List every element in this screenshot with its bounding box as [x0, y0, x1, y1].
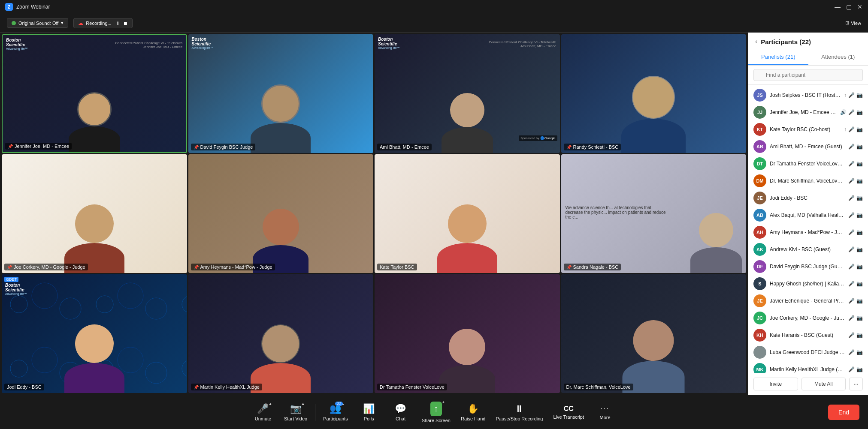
raise-hand-icon: ✋ [467, 403, 479, 414]
video-icon: 📷 [856, 315, 863, 321]
grid-icon: ⊞ [845, 20, 849, 26]
maximize-button[interactable]: ▢ [846, 4, 852, 10]
video-cell-kate[interactable]: Kate Taylor BSC [375, 154, 560, 273]
video-cell-joe[interactable]: 📌 Joe Corkery, MD - Google - Judge [2, 154, 187, 273]
video-cell-marc[interactable]: Dr. Marc Schiffman, VoiceLove [561, 274, 747, 393]
video-cell-jodi[interactable]: GDET BostonScientific Advancing life™ Jo… [2, 274, 187, 393]
pin-icon-joe: 📌 [7, 265, 12, 270]
raise-hand-button[interactable]: ✋ Raise Hand [457, 401, 490, 424]
top-toolbar: Original Sound: Off ▾ ☁ Recording... ⏸ ⏹… [0, 14, 868, 33]
list-item[interactable]: AK Andrew Kivi - BSC (Guest) 🎤 📷 [748, 241, 868, 258]
avatar: AB [753, 140, 766, 153]
search-input[interactable] [753, 69, 863, 81]
unmute-button[interactable]: 🎤▲ Unmute [248, 401, 278, 424]
search-wrapper: 🔍 [753, 69, 863, 81]
mute-icon: 🎤 [848, 281, 855, 287]
main-content: BostonScientific Advancing life™ Connect… [0, 33, 868, 395]
invite-button[interactable]: Invite [753, 378, 798, 390]
more-options-button[interactable]: ··· [849, 378, 863, 390]
participant-name: Dr Tamatha Fenster VoiceLove (Guest) [770, 161, 845, 167]
close-button[interactable]: ✕ [857, 4, 863, 10]
mute-icon: 🎤 [848, 92, 855, 98]
list-item[interactable]: KH Kate Haranis - BSC (Guest) 🎤 📷 [748, 327, 868, 344]
video-cell-david[interactable]: BostonScientific Advancing life™ 📌 David… [188, 34, 374, 153]
title-bar-left: Z Zoom Webinar [5, 3, 50, 11]
person-joe [64, 204, 124, 273]
panel-tabs: Panelists (21) Attendees (1) [748, 49, 868, 66]
video-icon: 📷 [856, 264, 863, 270]
video-icon: 📷 [856, 281, 863, 287]
recording-stop[interactable]: ⏹ [123, 21, 128, 26]
video-cell-jennifer[interactable]: BostonScientific Advancing life™ Connect… [2, 34, 187, 153]
avatar: S [753, 277, 766, 290]
avatar: JJ [753, 106, 766, 119]
list-item[interactable]: JJ Jennifer Joe, MD - Emcee (Co-host, gu… [748, 104, 868, 121]
title-bar: Z Zoom Webinar — ▢ ✕ [0, 0, 868, 14]
tab-attendees[interactable]: Attendees (1) [808, 49, 868, 65]
start-video-label: Start Video [284, 416, 307, 421]
video-cell-tamatha[interactable]: Dr Tamatha Fenster VoiceLove [375, 274, 560, 393]
participants-badge: 22 [335, 402, 343, 406]
minimize-button[interactable]: — [835, 4, 841, 10]
share-screen-icon: ↑▲ [430, 402, 442, 416]
video-cell-amy[interactable]: 📌 Amy Heymans - Mad*Pow - Judge [188, 154, 374, 273]
list-item[interactable]: JS Josh Seipkes - BSC IT (Host, me) ↑ 🎤 … [748, 87, 868, 104]
original-sound-button[interactable]: Original Sound: Off ▾ [7, 18, 68, 28]
more-button[interactable]: ··· More [590, 402, 620, 423]
list-item[interactable]: KT Kate Taylor BSC (Co-host) ↑ 🎤 📷 [748, 121, 868, 138]
participant-icons: 🎤 📷 [848, 229, 863, 235]
recording-label: Recording... [86, 21, 111, 26]
list-item[interactable]: DM Dr. Marc Schiffman, VoiceLove (Guest)… [748, 172, 868, 189]
video-cell-ami[interactable]: BostonScientific Advancing life™ Connect… [375, 34, 560, 153]
recording-button[interactable]: ☁ Recording... ⏸ ⏹ [73, 18, 132, 28]
list-item[interactable]: S Happy Ghosh (she/her) | Kalia Health (… [748, 275, 868, 292]
chat-button[interactable]: 💬 Chat [386, 401, 416, 424]
list-item[interactable]: MK Martin Kelly HealthXL Judge (Guest) 🎤… [748, 361, 868, 373]
mute-icon: 🎤 [848, 229, 855, 235]
list-item[interactable]: DF David Feygin BSC Judge (Guest) 🎤 📷 [748, 258, 868, 275]
mute-icon: 🎤 [848, 315, 855, 321]
avatar: DF [753, 260, 766, 273]
end-button[interactable]: End [828, 405, 859, 420]
list-item[interactable]: DT Dr Tamatha Fenster VoiceLove (Guest) … [748, 155, 868, 172]
tab-panelists[interactable]: Panelists (21) [748, 49, 808, 65]
mute-icon: 🎤 [848, 178, 855, 184]
list-item[interactable]: JC Joe Corkery, MD - Google - Judge (Gue… [748, 309, 868, 327]
mute-icon: 🎤 [848, 161, 855, 167]
pause-recording-button[interactable]: ⏸ Pause/Stop Recording [491, 401, 547, 424]
chat-label: Chat [396, 416, 405, 421]
participant-icons: 🔊 🎤 📷 [840, 109, 863, 115]
list-item[interactable]: LG Luba Greenwood DFCI Judge (Guest) 🎤 📷 [748, 344, 868, 361]
list-item[interactable]: AB Ami Bhatt, MD - Emcee (Guest) 🎤 📷 [748, 138, 868, 155]
window-controls[interactable]: — ▢ ✕ [835, 4, 863, 10]
avatar: AH [753, 226, 766, 239]
zoom-logo: Z [5, 3, 13, 11]
list-item[interactable]: JE Javier Echenique - General Prognostic… [748, 292, 868, 309]
pin-icon-sandra: 📌 [566, 265, 572, 270]
bsc-logo-ami: BostonScientific Advancing life™ [378, 37, 400, 49]
video-cell-sandra[interactable]: We advance science th... al technologies… [561, 154, 747, 273]
video-cell-randy[interactable]: 📌 Randy Schiestl - BSC [561, 34, 747, 153]
label-randy: 📌 Randy Schiestl - BSC [564, 144, 621, 150]
share-screen-button[interactable]: ↑▲ Share Screen [417, 399, 455, 426]
collapse-button[interactable]: ‹ [755, 38, 757, 45]
view-button[interactable]: ⊞ View [845, 20, 861, 26]
video-cell-martin[interactable]: 📌 Martin Kelly HealthXL Judge [188, 274, 374, 393]
mute-icon: 🎤 [848, 195, 855, 201]
participant-name: Dr. Marc Schiffman, VoiceLove (Guest) [770, 178, 845, 184]
participants-label: Participants [323, 416, 348, 421]
recording-pause[interactable]: ⏸ [116, 21, 121, 26]
list-item[interactable]: AH Amy Heymans - Mad*Pow - Judge (Guest)… [748, 224, 868, 241]
polls-button[interactable]: 📊 Polls [354, 401, 384, 424]
participants-button[interactable]: 👥▲ 22 Participants [319, 401, 352, 424]
start-video-button[interactable]: 📷▲ Start Video [280, 401, 312, 424]
banner-ami: Connected Patient Challenge VI - Telehea… [489, 40, 556, 48]
person-sandra [690, 213, 742, 273]
list-item[interactable]: AB Alex Baqui, MD (Valhalla Healthcare) … [748, 207, 868, 224]
live-transcript-button[interactable]: CC Live Transcript [549, 402, 589, 422]
list-item[interactable]: JE Jodi Eddy - BSC 🎤 📷 [748, 189, 868, 207]
pin-icon-martin: 📌 [194, 385, 199, 390]
participant-name: Andrew Kivi - BSC (Guest) [770, 246, 845, 252]
mute-all-button[interactable]: Mute All [801, 378, 846, 390]
polls-label: Polls [364, 416, 374, 421]
